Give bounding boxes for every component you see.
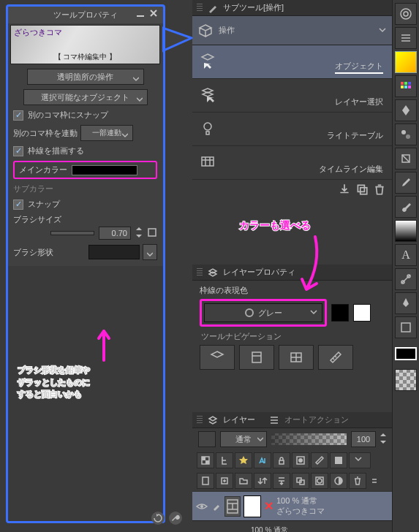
ly-ic-folder[interactable] [235, 473, 252, 489]
tool-nav-ruler[interactable] [318, 345, 353, 370]
palette-color-check[interactable] [198, 431, 216, 447]
ly-ic-draft[interactable] [254, 452, 271, 468]
dropdown-label: 一部連動 [92, 128, 121, 138]
layers-icon [207, 414, 219, 426]
layer-row[interactable]: 100 % 通常 [192, 520, 392, 532]
tool-pen[interactable] [395, 292, 417, 314]
ly-ic-checker[interactable] [197, 452, 214, 468]
opacity-value[interactable]: 100 [351, 431, 376, 447]
svg-point-13 [298, 458, 303, 463]
tool-color-slider[interactable] [395, 27, 417, 49]
ly-ic-merge[interactable] [273, 473, 290, 489]
reset-icon[interactable] [151, 512, 165, 525]
pen-icon [211, 501, 222, 512]
svg-rect-31 [408, 86, 411, 88]
ly-ic-ruler-toggle[interactable] [311, 452, 328, 468]
link-frame-label: 別のコマ枠を連動 [13, 128, 78, 139]
subtool-group-header[interactable]: 操作 [192, 16, 392, 45]
blend-mode-dropdown[interactable]: 通常 [220, 431, 267, 447]
transparent-op-dropdown[interactable]: 透明箇所の操作 [27, 69, 144, 85]
opacity-slider[interactable] [271, 433, 347, 445]
ly-ic-color-drop[interactable] [349, 452, 371, 468]
ly-ic-lock[interactable] [273, 452, 290, 468]
ly-ic-ref[interactable] [235, 452, 252, 468]
stepper-icon[interactable] [380, 433, 386, 445]
tool-color-set[interactable] [395, 75, 417, 97]
ly-ic-new-folder[interactable] [216, 473, 233, 489]
brush-size-slider[interactable] [50, 231, 94, 235]
snap-label: スナップ [28, 199, 60, 210]
tool-nav-frame[interactable] [239, 345, 274, 370]
brush-shape-dropdown[interactable] [143, 244, 157, 260]
tool-gradient[interactable] [395, 220, 417, 242]
layer-name: ざらつきコマ [276, 506, 325, 516]
layer-row[interactable]: ✕ 100 % 通常 ざらつきコマ [192, 491, 392, 520]
expression-color-dropdown[interactable]: グレー [204, 303, 322, 322]
ly-ic-new[interactable] [197, 473, 214, 489]
ly-ic-mask[interactable] [292, 452, 309, 468]
tool-color-wheel[interactable] [395, 3, 417, 25]
tool-nav-label: ツールナビゲーション [201, 331, 385, 342]
mask-disabled-icon[interactable]: ✕ [264, 499, 273, 513]
ly-ic-color[interactable] [330, 452, 347, 468]
selectable-dropdown[interactable]: 選択可能なオブジェクト [23, 89, 148, 105]
ly-ic-more[interactable] [368, 473, 381, 489]
trash-icon[interactable] [373, 183, 386, 196]
link-frame-dropdown[interactable]: 一部連動 [80, 125, 133, 141]
svg-rect-5 [361, 188, 367, 194]
layer-property-icon [207, 267, 219, 278]
main-color-swatch[interactable] [72, 165, 137, 175]
subtool-item-layer-select[interactable]: レイヤー選択 [192, 79, 392, 113]
layer-property-tab[interactable]: レイヤープロパティ [192, 265, 392, 281]
svg-rect-1 [148, 229, 156, 236]
layer-opacity-mode: 100 % 通常 [251, 525, 288, 533]
subtool-item-timeline[interactable]: タイムライン編集 [192, 146, 392, 180]
brush-shape-swatch[interactable] [88, 245, 140, 259]
tool-brush[interactable] [395, 196, 417, 218]
link-icon[interactable] [147, 227, 157, 239]
svg-rect-36 [401, 323, 410, 332]
tool-text[interactable]: A [395, 244, 417, 266]
draw-border-checkbox[interactable] [13, 146, 23, 156]
layer-select-icon [200, 86, 216, 102]
tool-approx[interactable] [395, 123, 417, 145]
minimize-icon[interactable] [135, 8, 146, 18]
expr-swatch-white[interactable] [353, 304, 371, 322]
stepper-icon[interactable] [135, 227, 143, 240]
close-icon[interactable] [148, 8, 159, 18]
preset-name: ざらつきコマ [14, 27, 62, 38]
subtool-item-light-table[interactable]: ライトテーブル [192, 113, 392, 146]
tool-intermediate[interactable] [395, 99, 417, 121]
ly-ic-trash[interactable] [349, 473, 366, 489]
expression-value: グレー [258, 308, 282, 319]
tool-swatches[interactable] [395, 51, 417, 73]
subtool-item-object[interactable]: オブジェクト [192, 45, 392, 79]
ly-ic-apply-mask[interactable] [330, 473, 347, 489]
tool-history[interactable] [395, 148, 417, 170]
ly-ic-mask-new[interactable] [311, 473, 328, 489]
foreground-color-swatch[interactable] [395, 347, 417, 360]
brush-size-value[interactable]: 0.70 [99, 227, 131, 240]
duplicate-icon[interactable] [355, 183, 369, 196]
tool-ruler-shape[interactable] [395, 268, 417, 290]
expr-swatch-black[interactable] [331, 304, 349, 322]
sub-color-label: サブカラー [13, 183, 157, 194]
visibility-icon[interactable] [195, 500, 208, 513]
import-icon[interactable] [338, 183, 351, 196]
ly-ic-transfer[interactable] [254, 473, 271, 489]
wrench-icon[interactable] [169, 512, 182, 525]
snap-checkbox[interactable] [13, 200, 23, 210]
preset-preview[interactable]: ざらつきコマ 【 コマ枠編集中 】 [10, 25, 160, 64]
snap-frame-checkbox[interactable] [13, 110, 23, 121]
tool-frame[interactable] [395, 316, 417, 338]
ly-ic-combine[interactable] [292, 473, 309, 489]
tool-nav-object[interactable] [200, 345, 235, 370]
tool-nav-divide[interactable] [279, 345, 314, 370]
ly-ic-clip[interactable] [216, 452, 233, 468]
chevron-down-icon [122, 131, 128, 137]
svg-rect-26 [401, 82, 404, 85]
tool-eyedropper[interactable] [395, 172, 417, 194]
transparent-swatch[interactable] [395, 369, 417, 391]
layers-tab[interactable]: レイヤー オートアクション [192, 412, 392, 428]
subtool-tab[interactable]: サブツール[操作] [192, 0, 392, 16]
